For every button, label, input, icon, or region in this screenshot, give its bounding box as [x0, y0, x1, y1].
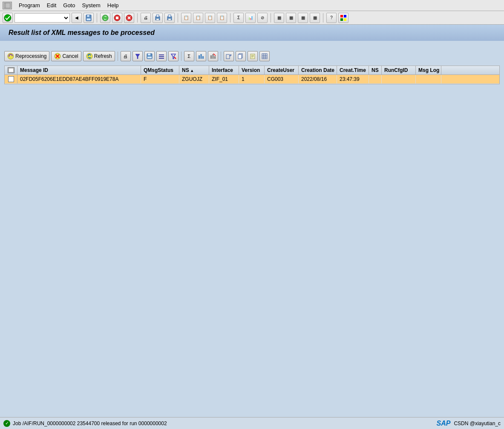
layout1-button[interactable]: ▦ [274, 13, 284, 23]
svg-rect-50 [238, 54, 242, 59]
stats-button[interactable] [196, 51, 206, 61]
td-runcfgid [382, 75, 416, 83]
stop-button[interactable] [112, 13, 122, 23]
table-row[interactable]: 02FD05F6206E1EDD87AE4BFF0919E78A F ZGUOJ… [5, 75, 499, 84]
delete-stats-button[interactable] [208, 51, 218, 61]
td-createuser: CG003 [265, 75, 299, 83]
content-area: Reprocessing Cancel [0, 45, 504, 417]
print2-button[interactable] [153, 13, 163, 23]
menu-goto[interactable]: Goto [63, 2, 75, 9]
sum-button[interactable]: Σ [233, 13, 244, 23]
print-button[interactable]: 🖨 [141, 13, 151, 23]
color-button[interactable] [338, 13, 348, 23]
local-file-button[interactable] [248, 51, 258, 61]
chart-button[interactable]: 📊 [245, 13, 256, 23]
status-right: SAP CSDN @xiayutian_c [437, 420, 501, 427]
td-interface: ZIF_01 [209, 75, 239, 83]
th-ns[interactable]: NS [179, 66, 209, 74]
save-button[interactable] [84, 13, 94, 23]
find-button[interactable]: 📋 [181, 13, 191, 23]
row-checkbox[interactable] [8, 76, 14, 82]
td-msgid: 02FD05F6206E1EDD87AE4BFF0919E78A [17, 75, 141, 83]
help-button[interactable]: ? [326, 13, 337, 23]
th-interface[interactable]: Interface [209, 66, 239, 74]
menu-program[interactable]: Program [19, 2, 40, 9]
svg-rect-42 [210, 55, 212, 59]
toolbar-sep-3 [178, 13, 178, 23]
row-select-cell[interactable] [5, 75, 17, 83]
svg-rect-21 [340, 18, 343, 21]
th-createuser[interactable]: CreateUser [265, 66, 299, 74]
back-button[interactable]: ◀ [72, 13, 82, 23]
menu-system[interactable]: System [82, 2, 100, 9]
print-action-button[interactable]: 🖨 [121, 51, 131, 61]
menu-edit[interactable]: Edit [47, 2, 56, 9]
copy-button[interactable] [236, 51, 246, 61]
check-button[interactable] [3, 13, 13, 23]
toolbar-sep-5 [271, 13, 271, 23]
find3-button[interactable]: 📋 [205, 13, 215, 23]
sum-action-button[interactable]: Σ [184, 51, 194, 61]
th-version[interactable]: Version [239, 66, 265, 74]
svg-rect-55 [262, 54, 267, 59]
reprocessing-button[interactable]: Reprocessing [4, 51, 49, 61]
menu-bar: Program Edit Goto System Help [0, 0, 504, 11]
sap-menu-logo [3, 2, 12, 9]
svg-rect-35 [159, 56, 164, 57]
toolbar-sep-2 [137, 13, 138, 23]
refresh-button[interactable]: Refresh [83, 51, 115, 61]
layout3-button[interactable]: ▦ [298, 13, 308, 23]
page-header: Result list of XML messages to be proces… [0, 25, 504, 41]
svg-rect-14 [156, 19, 159, 20]
results-table: Message ID QMsgStatus NS Interface Versi… [4, 66, 500, 84]
user-info: CSDN @xiayutian_c [454, 420, 501, 426]
svg-rect-41 [202, 56, 204, 59]
td-ns2 [369, 75, 382, 83]
sap-logo: SAP [437, 420, 451, 427]
menu-help[interactable]: Help [107, 2, 119, 9]
select-all-icon[interactable] [8, 67, 14, 73]
layout4-button[interactable]: ▦ [310, 13, 320, 23]
main-toolbar: ◀ 🖨 [0, 11, 504, 25]
refresh-toolbar-button[interactable] [100, 13, 110, 23]
toolbar-sep-1 [97, 13, 97, 23]
page-title: Result list of XML messages to be proces… [9, 29, 495, 37]
action-sep-2 [181, 51, 181, 61]
print3-button[interactable] [164, 13, 175, 23]
svg-line-45 [213, 54, 216, 56]
refresh-icon [86, 53, 93, 60]
filter-button[interactable]: ⊘ [257, 13, 268, 23]
svg-rect-17 [168, 19, 171, 20]
status-bar: ✓ Job /AIF/RUN_0000000002 23544700 relea… [0, 417, 504, 429]
save-action-button[interactable] [144, 51, 155, 61]
th-qstatus[interactable]: QMsgStatus [141, 66, 179, 74]
find4-button[interactable]: 📋 [217, 13, 227, 23]
th-runcfgid[interactable]: RunCfgID [382, 66, 416, 74]
refresh-label: Refresh [94, 53, 112, 59]
th-createtime[interactable]: Creat.Time [337, 66, 369, 74]
action-toolbar: Reprocessing Cancel [4, 49, 500, 63]
select-all-cell[interactable] [5, 66, 17, 74]
find2-button[interactable]: 📋 [193, 13, 203, 23]
cancel-action-button[interactable]: Cancel [51, 51, 81, 61]
filter-remove-button[interactable] [168, 51, 179, 61]
export-button[interactable] [224, 51, 234, 61]
svg-rect-16 [168, 15, 171, 17]
layout2-button[interactable]: ▦ [286, 13, 296, 23]
transaction-dropdown[interactable] [14, 13, 70, 23]
svg-rect-20 [344, 15, 346, 17]
svg-rect-44 [214, 56, 216, 59]
svg-rect-32 [148, 54, 150, 55]
grid-button[interactable] [259, 51, 270, 61]
filter-action-button[interactable] [132, 51, 143, 61]
svg-rect-60 [9, 68, 14, 72]
th-ns2[interactable]: NS [369, 66, 382, 74]
th-createdate[interactable]: Creation Date [299, 66, 337, 74]
th-msgid[interactable]: Message ID [17, 66, 141, 74]
header-spacer [0, 41, 504, 45]
th-msglog[interactable]: Msg Log [416, 66, 441, 74]
detail-button[interactable] [156, 51, 167, 61]
toolbar-sep-6 [323, 13, 323, 23]
cancel-toolbar-button[interactable] [124, 13, 134, 23]
svg-point-2 [4, 14, 11, 21]
